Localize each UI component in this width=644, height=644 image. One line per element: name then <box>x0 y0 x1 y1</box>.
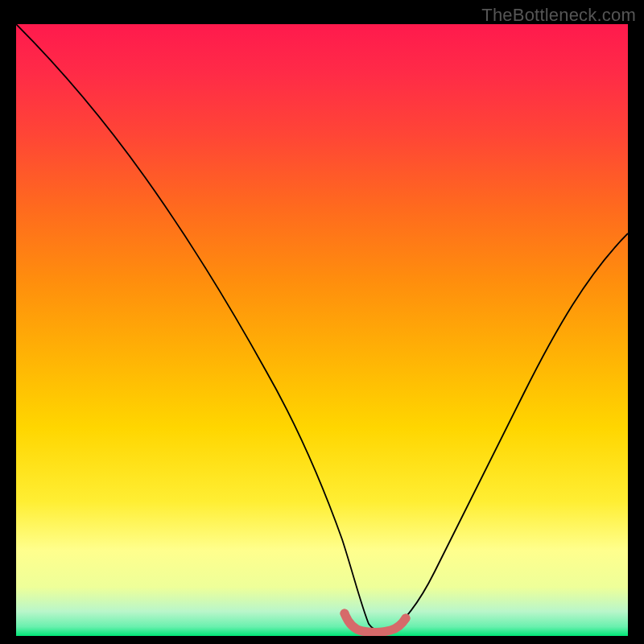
curve-path <box>16 24 628 631</box>
chart-frame <box>16 24 628 636</box>
bottleneck-curve <box>16 24 628 636</box>
marker-end-dot <box>402 614 411 623</box>
marker-start-dot <box>341 609 349 618</box>
curve-min-marker <box>345 613 406 632</box>
watermark-text: TheBottleneck.com <box>481 5 636 26</box>
